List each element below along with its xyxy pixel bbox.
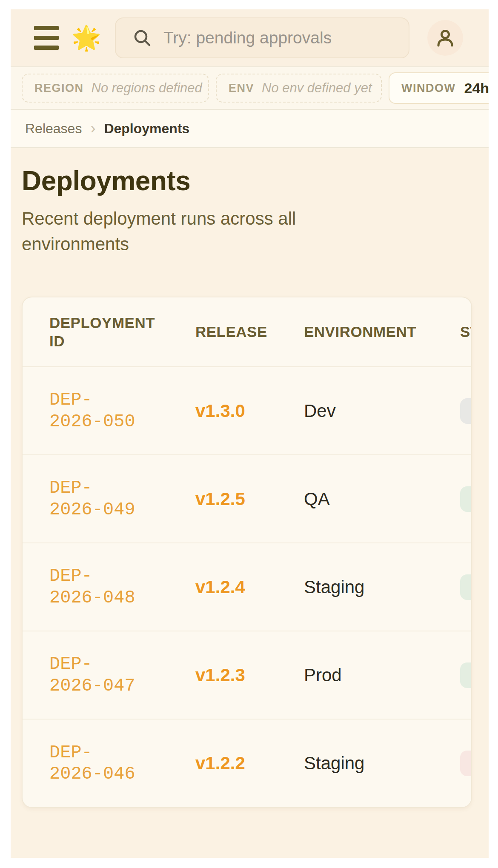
main-content: Deployments Recent deployment runs acros… — [11, 148, 489, 858]
user-avatar[interactable] — [427, 20, 463, 56]
status-badge: Failed — [460, 751, 472, 776]
table-row: DEP-2026-050 v1.3.0 Dev Queued — [23, 367, 472, 455]
window-filter-value: 24h — [464, 80, 489, 97]
breadcrumb-deployments: Deployments — [104, 121, 189, 137]
col-header-release: RELEASE — [195, 297, 304, 367]
col-header-status: STATUS — [460, 297, 472, 367]
page-subtitle: Recent deployment runs across all enviro… — [22, 206, 315, 257]
environment-label: Staging — [304, 753, 364, 773]
deployment-id-link[interactable]: DEP-2026-046 — [49, 742, 135, 784]
env-filter[interactable]: ENV No env defined yet — [216, 74, 382, 103]
deployments-table: DEPLOYMENT ID RELEASE ENVIRONMENT STATUS… — [23, 297, 472, 807]
release-link[interactable]: v1.2.4 — [195, 577, 245, 597]
env-filter-label: ENV — [229, 82, 254, 95]
env-filter-value: No env defined yet — [262, 80, 372, 96]
environment-label: Dev — [304, 401, 336, 421]
region-filter-value: No regions defined — [92, 80, 202, 96]
status-badge: Succeeded — [460, 574, 472, 600]
app-frame: 🌟 REGION No regions defined ENV No env d… — [11, 9, 489, 858]
window-filter-label: WINDOW — [401, 82, 455, 95]
search-icon — [133, 29, 152, 47]
table-row: DEP-2026-049 v1.2.5 QA Succeeded — [23, 455, 472, 543]
filter-bar: REGION No regions defined ENV No env def… — [11, 67, 489, 109]
deployments-table-card[interactable]: DEPLOYMENT ID RELEASE ENVIRONMENT STATUS… — [22, 297, 472, 808]
page-title: Deployments — [22, 165, 478, 197]
col-header-environment: ENVIRONMENT — [304, 297, 460, 367]
status-badge: Queued — [460, 398, 472, 424]
search-bar[interactable] — [115, 17, 409, 58]
release-link[interactable]: v1.2.2 — [195, 753, 245, 773]
environment-label: Prod — [304, 665, 342, 685]
environment-label: QA — [304, 489, 330, 509]
deployment-id-link[interactable]: DEP-2026-050 — [49, 390, 135, 431]
release-link[interactable]: v1.2.3 — [195, 665, 245, 685]
breadcrumb-releases[interactable]: Releases — [25, 121, 82, 137]
deployment-id-link[interactable]: DEP-2026-047 — [49, 654, 135, 696]
col-header-deployment-id: DEPLOYMENT ID — [23, 297, 195, 367]
table-row: DEP-2026-048 v1.2.4 Staging Succeeded — [23, 543, 472, 631]
search-input[interactable] — [163, 29, 396, 47]
deployment-id-link[interactable]: DEP-2026-049 — [49, 478, 135, 520]
status-badge: Succeeded — [460, 662, 472, 688]
release-link[interactable]: v1.2.5 — [195, 489, 245, 509]
deployment-id-link[interactable]: DEP-2026-048 — [49, 566, 135, 608]
top-bar: 🌟 — [11, 9, 489, 66]
table-row: DEP-2026-046 v1.2.2 Staging Failed — [23, 719, 472, 807]
status-badge: Succeeded — [460, 486, 472, 512]
window-filter-dropdown[interactable]: WINDOW 24h — [389, 72, 489, 104]
app-logo-star-icon: 🌟 — [72, 26, 101, 50]
region-filter-label: REGION — [34, 82, 84, 95]
breadcrumb: Releases › Deployments — [11, 110, 489, 147]
region-filter[interactable]: REGION No regions defined — [22, 74, 209, 103]
menu-icon[interactable] — [34, 26, 59, 50]
release-link[interactable]: v1.3.0 — [195, 401, 245, 421]
table-header-row: DEPLOYMENT ID RELEASE ENVIRONMENT STATUS — [23, 297, 472, 367]
table-row: DEP-2026-047 v1.2.3 Prod Succeeded — [23, 631, 472, 719]
person-icon — [435, 28, 455, 48]
environment-label: Staging — [304, 577, 364, 597]
chevron-right-icon: › — [90, 121, 95, 136]
